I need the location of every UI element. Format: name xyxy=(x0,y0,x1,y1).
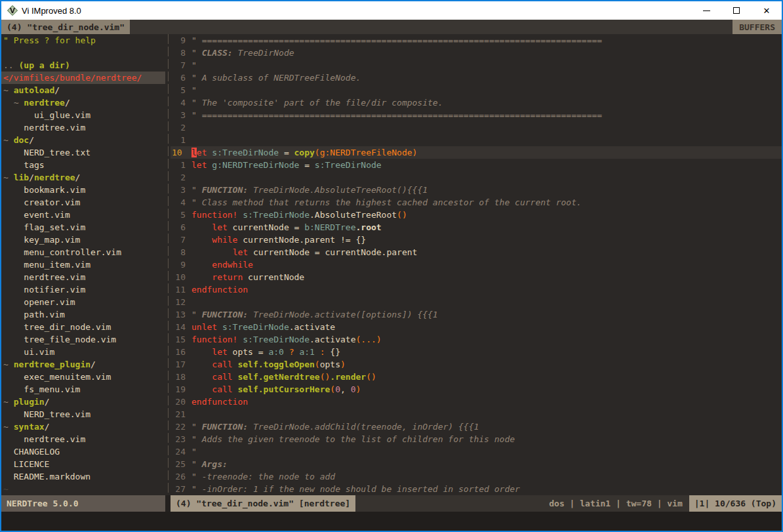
nerdtree-row[interactable]: nerdtree.vim xyxy=(1,271,165,283)
nerdtree-row[interactable]: exec_menuitem.vim xyxy=(1,371,165,383)
nerdtree-pane[interactable]: " Press ? for help.. (up a dir)</vimfile… xyxy=(1,34,165,495)
code-segment: / xyxy=(65,98,70,108)
nerdtree-row[interactable]: ~ xyxy=(1,483,165,495)
editor-line[interactable]: 8 let currentNode = currentNode.parent xyxy=(171,246,782,258)
editor-line[interactable]: 19 call self.putCursorHere(0, 0) xyxy=(171,383,782,396)
nerdtree-row[interactable]: ~ autoload/ xyxy=(1,84,165,96)
nerdtree-row[interactable]: opener.vim xyxy=(1,296,165,308)
editor-line[interactable]: 6" A subclass of NERDTreeFileNode. xyxy=(171,72,782,84)
nerdtree-row[interactable]: menu_item.vim xyxy=(1,258,165,271)
nerdtree-row[interactable]: ui_glue.vim xyxy=(1,109,165,121)
buffers-label: BUFFERS xyxy=(733,20,782,34)
code-segment: .AbsoluteTreeRoot xyxy=(310,210,397,220)
editor-line[interactable]: 4" The 'composite' part of the file/dir … xyxy=(171,96,782,109)
editor-line[interactable]: 6 let currentNode = b:NERDTree.root xyxy=(171,221,782,234)
editor-line[interactable]: 15function! s:TreeDirNode.activate(...) xyxy=(171,333,782,346)
code-segment: = xyxy=(279,148,294,157)
code-segment: ( xyxy=(315,359,320,369)
code-segment: " xyxy=(191,447,197,457)
nerdtree-row[interactable]: ~ nerdtree/ xyxy=(1,96,165,109)
editor-line[interactable]: 3" =====================================… xyxy=(171,109,782,121)
nerdtree-row[interactable]: ~ doc/ xyxy=(1,134,165,146)
line-number: 17 xyxy=(171,358,191,371)
editor-line[interactable]: 5" xyxy=(171,84,782,96)
nerdtree-row[interactable]: tree_file_node.vim xyxy=(1,333,165,346)
nerdtree-row[interactable]: nerdtree.vim xyxy=(1,433,165,445)
code-segment: s:TreeDirNode xyxy=(222,322,289,332)
editor-line[interactable]: 20endfunction xyxy=(171,396,782,408)
nerdtree-row[interactable]: README.markdown xyxy=(1,470,165,483)
nerdtree-row[interactable]: ~ syntax/ xyxy=(1,420,165,433)
editor-line[interactable]: 1let g:NERDTreeDirNode = s:TreeDirNode xyxy=(171,159,782,171)
nerdtree-row[interactable]: tree_dir_node.vim xyxy=(1,321,165,333)
code-segment: (g:NERDTreeFileNode) xyxy=(315,148,418,157)
editor-line[interactable]: 23" Adds the given treenode to the list … xyxy=(171,433,782,445)
maximize-button[interactable] xyxy=(721,1,752,20)
editor-line[interactable]: 1 xyxy=(171,134,782,146)
editor-line-cursor[interactable]: 10let s:TreeDirNode = copy(g:NERDTreeFil… xyxy=(171,146,782,159)
editor-line[interactable]: 16 let opts = a:0 ? a:1 : {} xyxy=(171,346,782,358)
nerdtree-row[interactable]: ui.vim xyxy=(1,346,165,358)
nerdtree-row[interactable]: .. (up a dir) xyxy=(1,59,165,72)
nerdtree-row[interactable]: fs_menu.vim xyxy=(1,383,165,396)
code-segment: currentNode = currentNode.parent xyxy=(248,247,417,257)
nerdtree-row[interactable]: nerdtree.vim xyxy=(1,121,165,134)
nerdtree-row[interactable]: LICENCE xyxy=(1,458,165,470)
line-number: 22 xyxy=(171,420,191,433)
nerdtree-row[interactable]: menu_controller.vim xyxy=(1,246,165,258)
nerdtree-row[interactable]: path.vim xyxy=(1,308,165,321)
nerdtree-row[interactable]: ~ nerdtree_plugin/ xyxy=(1,358,165,371)
nerdtree-row[interactable]: CHANGELOG xyxy=(1,445,165,458)
editor-line[interactable]: 3" FUNCTION: TreeDirNode.AbsoluteTreeRoo… xyxy=(171,184,782,196)
editor-line[interactable]: 9 endwhile xyxy=(171,258,782,271)
editor-line[interactable]: 17 call self.toggleOpen(opts) xyxy=(171,358,782,371)
editor-line[interactable]: 7" xyxy=(171,59,782,72)
editor-line[interactable]: 22" FUNCTION: TreeDirNode.addChild(treen… xyxy=(171,420,782,433)
nerdtree-row[interactable]: key_map.vim xyxy=(1,234,165,246)
editor-line[interactable]: 9" =====================================… xyxy=(171,34,782,47)
close-button[interactable]: ✕ xyxy=(752,1,782,20)
editor-pane[interactable]: 9" =====================================… xyxy=(171,34,782,495)
nerdtree-row[interactable] xyxy=(1,47,165,59)
nerdtree-row-selected[interactable]: </vimfiles/bundle/nerdtree/ xyxy=(1,72,165,84)
command-line[interactable] xyxy=(1,512,782,531)
editor-line[interactable]: 12 xyxy=(171,296,782,308)
editor-line[interactable]: 2 xyxy=(171,171,782,184)
editor-line[interactable]: 4" Class method that returns the highest… xyxy=(171,196,782,209)
editor-line[interactable]: 24" xyxy=(171,445,782,458)
editor-line[interactable]: 26" -treenode: the node to add xyxy=(171,470,782,483)
nerdtree-row[interactable]: notifier.vim xyxy=(1,283,165,296)
nerdtree-row[interactable]: " Press ? for help xyxy=(1,34,165,47)
nerdtree-row[interactable]: flag_set.vim xyxy=(1,221,165,234)
editor-line[interactable]: 7 while currentNode.parent != {} xyxy=(171,234,782,246)
editor-line[interactable]: 5function! s:TreeDirNode.AbsoluteTreeRoo… xyxy=(171,209,782,221)
editor-line[interactable]: 25" Args: xyxy=(171,458,782,470)
code-segment: ~ xyxy=(3,397,14,407)
tab-active-buffer[interactable]: (4) "tree_dir_node.vim" xyxy=(1,20,130,34)
nerdtree-row[interactable]: NERD_tree.vim xyxy=(1,408,165,420)
nerdtree-row[interactable]: NERD_tree.txt xyxy=(1,146,165,159)
editor-line[interactable]: 2 xyxy=(171,121,782,134)
nerdtree-statusline: NERDTree 5.0.0 xyxy=(1,495,165,512)
nerdtree-row[interactable]: ~ plugin/ xyxy=(1,396,165,408)
nerdtree-row[interactable]: tags xyxy=(1,159,165,171)
editor-line[interactable]: 18 call self.getNerdtree().render() xyxy=(171,371,782,383)
nerdtree-row[interactable]: ~ lib/nerdtree/ xyxy=(1,171,165,184)
nerdtree-row[interactable]: bookmark.vim xyxy=(1,184,165,196)
code-segment: let xyxy=(191,160,207,170)
editor-line[interactable]: 8" CLASS: TreeDirNode xyxy=(171,47,782,59)
editor-line[interactable]: 11endfunction xyxy=(171,283,782,296)
editor-line[interactable]: 13" FUNCTION: TreeDirNode.activate([opti… xyxy=(171,308,782,321)
editor-line[interactable]: 10 return currentNode xyxy=(171,271,782,283)
line-number: 13 xyxy=(171,308,191,321)
nerdtree-row[interactable]: event.vim xyxy=(1,209,165,221)
nerdtree-row[interactable]: creator.vim xyxy=(1,196,165,209)
editor-line[interactable]: 21 xyxy=(171,408,782,420)
editor-line[interactable]: 14unlet s:TreeDirNode.activate xyxy=(171,321,782,333)
line-number: 1 xyxy=(171,134,191,146)
editor-line[interactable]: 27" -inOrder: 1 if the new node should b… xyxy=(171,483,782,495)
vertical-split-separator[interactable] xyxy=(165,34,171,495)
code-segment: () xyxy=(366,372,376,382)
minimize-button[interactable] xyxy=(691,1,721,20)
code-segment: () xyxy=(397,210,407,220)
